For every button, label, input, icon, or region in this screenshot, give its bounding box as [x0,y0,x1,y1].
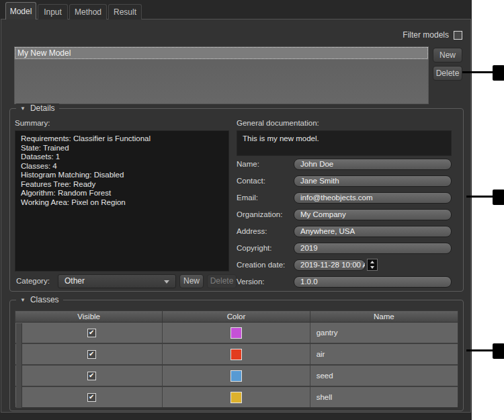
visible-checkbox[interactable]: ✔ [87,329,96,337]
class-name-cell[interactable]: gantry [310,323,458,343]
row-header-strip [16,323,22,408]
version-field[interactable]: 1.0.0 [294,276,452,288]
column-header-color[interactable]: Color [163,311,310,323]
creation-date-field[interactable]: 2019-11-28 10:00 AM [294,259,366,271]
color-cell [163,323,310,343]
copyright-label: Copyright: [237,244,271,252]
name-field[interactable]: John Doe [294,159,452,170]
organization-label: Organization: [237,210,282,218]
organization-field[interactable]: My Company [294,209,452,220]
details-title-text: Details [30,103,55,113]
class-name-cell[interactable]: shell [310,387,458,407]
callout-marker-3 [493,343,504,359]
callout-line-2 [466,196,493,198]
copyright-field[interactable]: 2019 [294,243,452,254]
spin-down-icon [370,266,374,269]
delete-model-button[interactable]: Delete [433,66,462,81]
creation-date-label: Creation date: [237,261,285,269]
visible-cell: ✔ [15,344,163,364]
callout-line-3 [466,349,493,351]
class-name-cell[interactable]: air [310,344,458,364]
tab-model[interactable]: Model [5,2,36,19]
spin-up-icon [370,261,374,263]
color-cell [163,366,310,386]
email-label: Email: [237,194,258,202]
summary-textarea[interactable]: Requirements: Classifier is Functional S… [15,130,229,271]
filter-models-checkbox[interactable] [454,31,462,40]
delete-category-button[interactable]: Delete [207,274,237,288]
visible-checkbox[interactable]: ✔ [87,393,96,402]
version-label: Version: [237,278,265,286]
column-header-name[interactable]: Name [310,311,458,323]
dropdown-arrow-icon [164,280,169,284]
app-window: Model Input Method Result Filter models … [0,0,504,420]
category-selected-value: Other [65,276,85,286]
visible-cell: ✔ [15,387,163,407]
address-label: Address: [237,227,267,235]
new-model-button[interactable]: New [433,48,462,62]
summary-label: Summary: [15,119,50,127]
address-field[interactable]: Anywhere, USA [294,226,452,237]
class-row-seed[interactable]: ✔ seed [15,366,458,387]
tab-result[interactable]: Result [108,4,142,19]
color-cell [163,387,310,407]
documentation-textarea[interactable]: This is my new model. [237,130,452,156]
tab-method[interactable]: Method [69,4,107,19]
visible-checkbox[interactable]: ✔ [87,372,96,380]
details-group-title: ▼ Details [16,103,59,113]
color-cell [163,344,310,364]
new-category-button[interactable]: New [179,274,204,288]
classes-title-text: Classes [30,295,59,304]
column-header-visible[interactable]: Visible [15,311,163,323]
class-name-cell[interactable]: seed [310,366,458,386]
contact-label: Contact: [237,177,265,185]
callout-marker-2 [493,190,504,205]
contact-field[interactable]: Jane Smith [294,175,452,187]
classes-table-header: Visible Color Name [15,311,458,323]
filter-models-label: Filter models [398,30,449,40]
collapse-classes-icon[interactable]: ▼ [20,297,26,303]
class-color-swatch[interactable] [230,392,242,403]
model-list[interactable]: My New Model [14,46,429,104]
class-row-gantry[interactable]: ✔ gantry [15,323,458,344]
name-label: Name: [237,160,259,168]
classes-table: Visible Color Name ✔ gantry ✔ air [15,310,458,403]
callout-marker-1 [493,65,504,81]
datetime-spinner[interactable] [367,259,378,271]
visible-checkbox[interactable]: ✔ [87,350,96,359]
spin-up-button[interactable] [368,259,377,265]
classes-group-title: ▼ Classes [16,295,63,304]
category-label: Category: [16,277,50,285]
tab-input[interactable]: Input [38,4,68,19]
email-field[interactable]: info@theobjects.com [294,192,452,204]
model-list-item-selected[interactable]: My New Model [15,47,428,59]
documentation-label: General documentation: [237,119,319,127]
spin-down-button[interactable] [368,265,377,270]
visible-cell: ✔ [15,366,163,386]
class-color-swatch[interactable] [230,327,242,339]
visible-cell: ✔ [15,323,163,343]
collapse-details-icon[interactable]: ▼ [20,106,26,112]
callout-line-1 [462,71,493,73]
class-row-shell[interactable]: ✔ shell [15,387,458,407]
category-dropdown[interactable]: Other [58,274,176,288]
class-color-swatch[interactable] [230,349,242,360]
class-color-swatch[interactable] [230,370,242,382]
class-row-air[interactable]: ✔ air [15,344,458,366]
